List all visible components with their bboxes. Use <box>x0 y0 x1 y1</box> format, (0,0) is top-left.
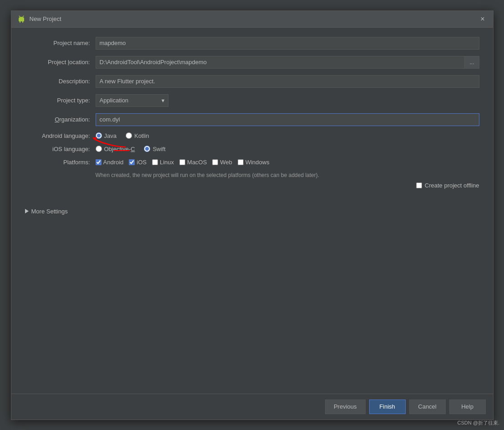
ios-platform-label[interactable]: iOS <box>129 159 147 166</box>
kotlin-radio-label[interactable]: Kotlin <box>126 132 149 139</box>
close-button[interactable]: × <box>478 15 487 24</box>
android-language-row: Android language: Java Kotlin <box>25 132 479 139</box>
project-location-row: Project location: ... <box>25 56 479 69</box>
ios-platform-checkbox[interactable] <box>129 159 135 165</box>
project-type-label: Project type: <box>25 97 96 104</box>
previous-button[interactable]: Previous <box>325 400 366 414</box>
project-location-label: Project location: <box>25 59 96 66</box>
create-offline-label[interactable]: Create project offline <box>416 182 479 189</box>
macos-platform-checkbox[interactable] <box>179 159 185 165</box>
dialog-content: Project name: Project location: ... Desc… <box>11 28 493 394</box>
description-input[interactable] <box>96 75 479 88</box>
windows-platform-checkbox[interactable] <box>238 159 244 165</box>
ios-language-row: iOS language: Objective-C Swift <box>25 146 479 152</box>
bottom-bar: Previous Finish Cancel Help <box>11 394 493 420</box>
cancel-button[interactable]: Cancel <box>409 400 446 414</box>
linux-platform-text: Linux <box>160 159 174 166</box>
android-language-radio-group: Java Kotlin <box>96 132 479 139</box>
svg-line-2 <box>19 16 20 17</box>
kotlin-radio[interactable] <box>126 132 132 139</box>
objc-radio[interactable] <box>96 146 102 152</box>
project-location-input[interactable] <box>96 56 465 69</box>
organization-row: Organization: <box>25 113 479 126</box>
project-name-input[interactable] <box>96 37 479 50</box>
android-language-label: Android language: <box>25 132 96 139</box>
csdn-watermark: CSDN @折了往束. <box>458 420 499 426</box>
project-name-label: Project name: <box>25 40 96 46</box>
organization-input[interactable] <box>96 113 479 126</box>
web-platform-text: Web <box>220 159 232 166</box>
help-button[interactable]: Help <box>449 400 486 414</box>
create-offline-row: Create project offline <box>25 182 479 189</box>
ios-language-label: iOS language: <box>25 146 96 152</box>
browse-button[interactable]: ... <box>464 56 479 69</box>
swift-radio-label[interactable]: Swift <box>144 146 165 152</box>
android-icon <box>17 15 26 24</box>
windows-platform-label[interactable]: Windows <box>238 159 270 166</box>
ios-language-radio-group: Objective-C Swift <box>96 146 479 152</box>
platforms-checkbox-group: Android iOS Linux MacOS <box>96 159 479 166</box>
platforms-label: Platforms: <box>25 159 96 166</box>
ios-platform-text: iOS <box>137 159 147 166</box>
svg-line-3 <box>23 16 24 17</box>
web-platform-label[interactable]: Web <box>212 159 232 166</box>
more-settings-label: More Settings <box>31 208 68 215</box>
windows-platform-text: Windows <box>245 159 270 166</box>
objc-radio-label[interactable]: Objective-C <box>96 146 135 152</box>
finish-button[interactable]: Finish <box>369 400 406 414</box>
project-type-row: Project type: Application Plugin Package… <box>25 94 479 107</box>
project-location-input-group: ... <box>96 56 479 69</box>
title-bar: New Project × <box>11 11 493 28</box>
platforms-row: Platforms: Android iOS Linux <box>25 159 479 166</box>
java-radio[interactable] <box>96 132 102 139</box>
macos-platform-text: MacOS <box>187 159 207 166</box>
more-settings-section: More Settings <box>25 195 479 218</box>
java-label: Java <box>104 132 117 139</box>
organization-label: Organization: <box>25 116 96 123</box>
platforms-hint: When created, the new project will run o… <box>25 172 479 178</box>
new-project-dialog: New Project × Project name: Project loca… <box>11 10 494 420</box>
objc-label: Objective-C <box>104 146 135 152</box>
android-platform-text: Android <box>103 159 124 166</box>
create-offline-text: Create project offline <box>425 182 479 189</box>
macos-platform-label[interactable]: MacOS <box>179 159 207 166</box>
description-row: Description: <box>25 75 479 88</box>
swift-radio[interactable] <box>144 146 150 152</box>
kotlin-label: Kotlin <box>134 132 149 139</box>
triangle-right-icon <box>25 209 29 213</box>
java-radio-label[interactable]: Java <box>96 132 117 139</box>
android-platform-label[interactable]: Android <box>96 159 124 166</box>
more-settings-toggle[interactable]: More Settings <box>25 204 479 218</box>
swift-label: Swift <box>153 146 165 152</box>
linux-platform-label[interactable]: Linux <box>152 159 174 166</box>
description-label: Description: <box>25 78 96 85</box>
linux-platform-checkbox[interactable] <box>152 159 158 165</box>
project-type-select[interactable]: Application Plugin Package Module <box>96 94 168 107</box>
project-type-select-wrapper: Application Plugin Package Module ▼ <box>96 94 168 107</box>
project-name-row: Project name: <box>25 37 479 50</box>
create-offline-checkbox[interactable] <box>416 182 422 188</box>
web-platform-checkbox[interactable] <box>212 159 218 165</box>
dialog-title: New Project <box>30 15 61 22</box>
title-bar-left: New Project <box>17 15 61 24</box>
android-platform-checkbox[interactable] <box>96 159 102 165</box>
